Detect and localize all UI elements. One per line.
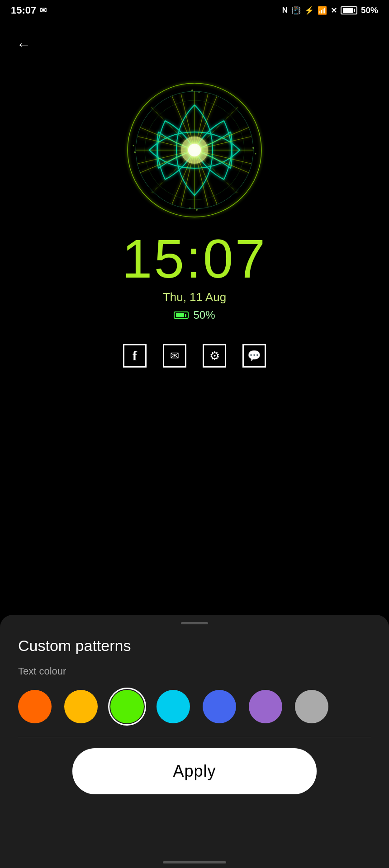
- svg-point-22: [196, 209, 198, 211]
- email-shortcut-icon[interactable]: ✉: [163, 344, 186, 368]
- color-swatch-silver[interactable]: [295, 690, 328, 723]
- clock-battery: 50%: [174, 309, 215, 321]
- clock-time: 15:07: [122, 231, 267, 286]
- preview-area: 15:07 Thu, 11 Aug 50% f ✉ ⚙ 💬: [0, 19, 389, 368]
- nfc-icon: N: [282, 6, 288, 15]
- messages-icon[interactable]: 💬: [242, 344, 266, 368]
- color-swatch-cyan[interactable]: [157, 690, 190, 723]
- color-swatch-purple[interactable]: [249, 690, 282, 723]
- bluetooth-icon: ⚡: [304, 6, 314, 15]
- color-swatch-yellow[interactable]: [64, 690, 98, 723]
- divider: [18, 737, 371, 737]
- status-time: 15:07: [11, 5, 36, 16]
- svg-point-24: [134, 151, 136, 153]
- x-icon: ✕: [331, 6, 337, 15]
- battery-percent: 50%: [361, 5, 378, 15]
- clock-battery-icon: [174, 311, 189, 319]
- color-swatch-blue[interactable]: [203, 690, 236, 723]
- bottom-sheet: Custom patterns Text colour Apply: [0, 615, 389, 868]
- clock-battery-percent: 50%: [193, 309, 215, 321]
- settings-icon[interactable]: ⚙: [203, 344, 226, 368]
- sheet-handle: [181, 622, 208, 624]
- home-indicator: [163, 861, 226, 863]
- battery-indicator: [341, 6, 357, 14]
- svg-point-23: [190, 208, 191, 209]
- facebook-icon[interactable]: f: [123, 344, 147, 368]
- status-bar: 15:07 ✉ N 📳 ⚡ 📶 ✕ 50%: [0, 0, 389, 19]
- status-icons: N 📳 ⚡ 📶 ✕ 50%: [282, 5, 378, 15]
- sheet-title: Custom patterns: [18, 637, 371, 655]
- svg-point-17: [188, 144, 201, 156]
- apply-button[interactable]: Apply: [72, 748, 317, 794]
- svg-point-20: [252, 147, 254, 149]
- vibrate-icon: 📳: [291, 6, 301, 15]
- color-swatch-green[interactable]: [110, 690, 144, 723]
- svg-point-21: [255, 153, 256, 155]
- color-swatch-row: [18, 690, 371, 723]
- email-icon: ✉: [40, 5, 47, 15]
- color-swatch-orange[interactable]: [18, 690, 52, 723]
- svg-point-25: [133, 145, 134, 146]
- svg-point-19: [199, 92, 200, 93]
- app-icons-row: f ✉ ⚙ 💬: [123, 344, 266, 368]
- wifi-icon: 📶: [318, 6, 327, 15]
- mandala-image: [122, 78, 267, 222]
- text-colour-label: Text colour: [18, 665, 371, 677]
- svg-point-18: [191, 90, 193, 91]
- clock-date: Thu, 11 Aug: [163, 290, 226, 304]
- back-button[interactable]: ←: [16, 36, 31, 53]
